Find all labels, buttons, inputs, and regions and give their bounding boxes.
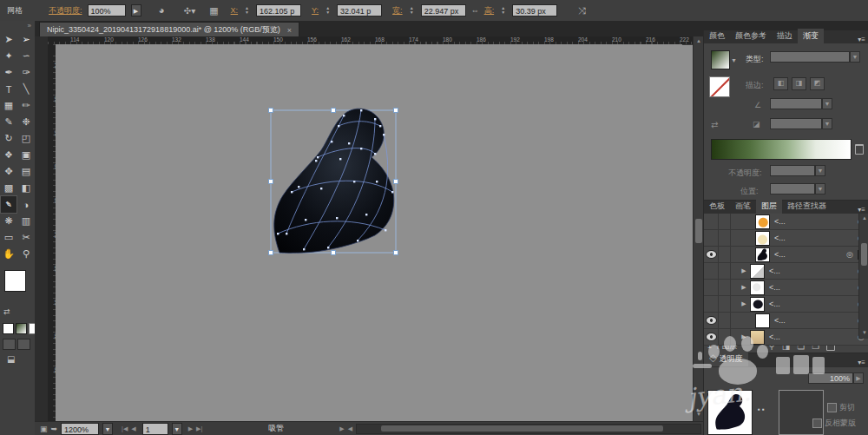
reference-point-icon[interactable]: ▦ <box>209 5 218 16</box>
panel-menu-icon[interactable]: ▾≡ <box>858 36 868 43</box>
height-label[interactable]: 高: <box>484 5 495 16</box>
free-transform-tool[interactable]: ▣ <box>18 147 34 163</box>
gradient-swatch[interactable] <box>711 50 730 69</box>
y-stepper[interactable]: ▲▼ <box>324 4 332 16</box>
x-stepper[interactable]: ▲▼ <box>243 4 251 16</box>
blend-tool[interactable]: ◑ <box>18 196 34 213</box>
stroke-within-button[interactable]: ◧ <box>773 77 788 90</box>
lock-cell[interactable] <box>719 280 731 295</box>
tab-gradient[interactable]: 渐变 <box>798 29 824 43</box>
zoom-dropdown-button[interactable]: ▼ <box>102 423 113 435</box>
hscroll-right-icon[interactable]: ▶ <box>339 425 344 432</box>
lock-cell[interactable] <box>719 230 731 246</box>
lock-cell[interactable] <box>719 329 731 345</box>
aspect-field[interactable] <box>770 118 822 129</box>
type-dropdown-button[interactable]: ▼ <box>850 51 860 63</box>
artboard-tool[interactable]: ▭ <box>1 229 16 246</box>
pen-tool[interactable]: ✒ <box>1 64 16 81</box>
layer-row-4[interactable]: ▶ <... ◎ <box>704 263 868 280</box>
lock-cell[interactable] <box>719 214 731 229</box>
reverse-gradient-icon[interactable]: ⇄ <box>711 120 718 129</box>
slice-tool[interactable]: ✂ <box>18 229 34 246</box>
eye-icon[interactable] <box>706 250 717 259</box>
draw-normal-button[interactable] <box>3 339 16 350</box>
aspect-dropdown-button[interactable]: ▼ <box>822 118 832 129</box>
tab-transparency[interactable]: ◇ 透明度 <box>704 352 748 366</box>
gradient-swatch-dropdown-icon[interactable]: ▼ <box>731 57 737 63</box>
type-tool[interactable]: T <box>1 81 16 97</box>
width-field[interactable]: 22.947 px <box>421 4 466 16</box>
object-thumbnail[interactable] <box>707 390 753 435</box>
expand-triangle-icon[interactable]: ▶ <box>738 284 750 291</box>
eyedropper-tool[interactable]: ✒ <box>1 196 16 213</box>
stroke-proxy-swatch[interactable] <box>709 76 730 97</box>
type-dropdown[interactable] <box>770 51 850 63</box>
expand-triangle-icon[interactable]: ▶ <box>738 267 750 274</box>
last-artboard-button[interactable]: ▶| <box>196 425 202 432</box>
visibility-cell[interactable] <box>704 263 719 279</box>
color-button[interactable] <box>3 323 14 334</box>
layer-row-1[interactable]: <... ◎ <box>704 214 868 230</box>
visibility-cell[interactable] <box>704 313 719 328</box>
y-field[interactable]: 32.041 p <box>337 4 382 16</box>
tab-layers[interactable]: 图层 <box>756 199 782 214</box>
lock-cell[interactable] <box>719 263 731 279</box>
gradient-tool[interactable]: ◧ <box>18 180 34 196</box>
scroll-up-icon[interactable]: ▲ <box>862 215 867 221</box>
angle-dropdown-button[interactable]: ▼ <box>822 98 832 109</box>
visibility-cell[interactable] <box>704 296 719 312</box>
artboard-field[interactable]: 1 <box>142 423 168 435</box>
lock-cell[interactable] <box>719 296 731 312</box>
layer-row-6[interactable]: ▶ <... ◎ <box>704 296 868 313</box>
layers-scroll-thumb[interactable] <box>861 243 867 266</box>
transform-icon[interactable]: ⤨ <box>578 5 586 16</box>
next-artboard-button[interactable]: ▶ <box>188 425 193 432</box>
direct-selection-tool[interactable]: ➢ <box>18 31 34 48</box>
lasso-tool[interactable]: ∽ <box>18 48 34 64</box>
symbol-sprayer-tool[interactable]: ❋ <box>1 213 16 229</box>
width-stepper[interactable]: ▲▼ <box>408 4 416 16</box>
width-tool[interactable]: ❖ <box>1 147 16 163</box>
tab-pathfinder[interactable]: 路径查找器 <box>782 199 832 214</box>
layer-row-5[interactable]: ▶ <... ◎ <box>704 280 868 296</box>
layers-scrollbar[interactable]: ▲ ▼ <box>858 214 868 339</box>
gradient-button[interactable] <box>16 323 27 334</box>
eye-icon[interactable] <box>706 333 717 341</box>
eye-icon[interactable] <box>706 316 717 325</box>
shape-builder-tool[interactable]: ✥ <box>1 163 16 180</box>
invert-mask-checkbox-row[interactable]: 反相蒙版 <box>812 418 856 429</box>
artboard-dropdown-button[interactable]: ▼ <box>172 423 182 435</box>
scroll-down-icon[interactable]: ▼ <box>696 412 701 417</box>
document-tab[interactable]: Nipic_3350424_20190413172918819000.ai* @… <box>39 22 299 37</box>
panel-menu-icon[interactable]: ▾≡ <box>858 359 868 366</box>
zoom-tool[interactable]: ⚲ <box>18 246 34 262</box>
location-field[interactable] <box>770 183 815 194</box>
horizontal-scrollbar[interactable] <box>356 424 701 434</box>
lock-cell[interactable] <box>719 313 731 328</box>
lock-cell[interactable] <box>719 247 731 262</box>
gradient-opacity-dropdown-button[interactable]: ▼ <box>815 165 825 176</box>
width-label[interactable]: 宽: <box>392 5 403 16</box>
blend-opacity-field[interactable]: 100% <box>808 372 853 384</box>
tab-color[interactable]: 颜色 <box>704 29 730 43</box>
status-icon-2[interactable]: ➥ <box>51 425 58 433</box>
panel-menu-icon[interactable]: ▾≡ <box>858 206 868 214</box>
fill-swatch[interactable] <box>4 270 26 292</box>
swap-fill-stroke-icon[interactable]: ⇄ <box>3 307 10 316</box>
visibility-cell[interactable] <box>704 230 719 246</box>
height-field[interactable]: 30.39 px <box>512 4 557 16</box>
clip-checkbox-row[interactable]: 剪切 <box>827 402 855 413</box>
target-icon[interactable]: ◎ <box>842 250 858 259</box>
artboard-viewport[interactable] <box>56 44 682 421</box>
scroll-down-icon[interactable]: ▼ <box>862 330 867 335</box>
scroll-up-icon[interactable]: ▲ <box>696 38 701 43</box>
layer-row-2[interactable]: <... ◎ <box>704 230 868 247</box>
layer-row-7[interactable]: <... ◎ <box>704 313 868 329</box>
tab-stroke[interactable]: 描边 <box>772 29 798 43</box>
recolor-artwork-icon[interactable]: ◕ <box>159 4 165 16</box>
invert-mask-checkbox[interactable] <box>812 419 822 428</box>
height-stepper[interactable]: ▲▼ <box>499 4 507 16</box>
status-icon-1[interactable]: ▣ <box>40 425 48 433</box>
mesh-object[interactable] <box>264 103 408 263</box>
layer-row-3-selected[interactable]: <... ◎ <box>704 247 868 263</box>
